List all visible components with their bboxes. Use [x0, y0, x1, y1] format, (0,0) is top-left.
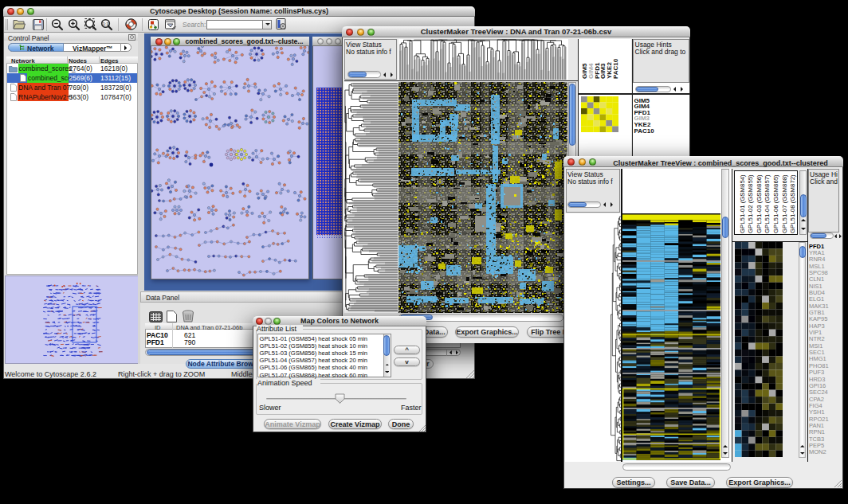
svg-text:1:1: 1:1	[102, 21, 108, 26]
